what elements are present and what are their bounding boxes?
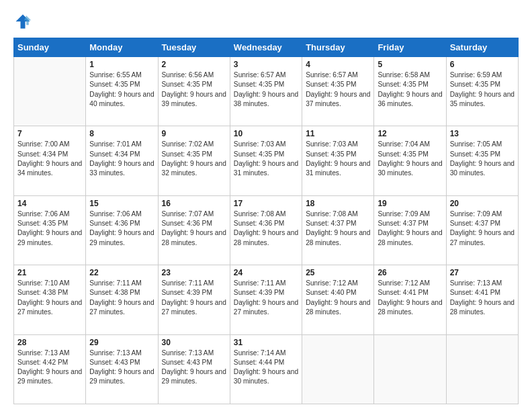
cell-date: 3 <box>234 60 298 69</box>
week-row-0: 1 Sunrise: 6:55 AM Sunset: 4:35 PM Dayli… <box>14 57 519 126</box>
calendar-cell: 8 Sunrise: 7:01 AM Sunset: 4:34 PM Dayli… <box>86 126 158 195</box>
day-header-wednesday: Wednesday <box>230 38 302 57</box>
cell-info: Sunrise: 7:10 AM Sunset: 4:38 PM Dayligh… <box>17 279 82 317</box>
cell-info: Sunrise: 7:12 AM Sunset: 4:40 PM Dayligh… <box>306 279 370 317</box>
cell-info: Sunrise: 7:14 AM Sunset: 4:44 PM Dayligh… <box>234 349 298 387</box>
logo-icon <box>13 12 32 31</box>
cell-date: 11 <box>306 129 370 138</box>
page: SundayMondayTuesdayWednesdayThursdayFrid… <box>0 0 532 411</box>
calendar-cell: 13 Sunrise: 7:05 AM Sunset: 4:35 PM Dayl… <box>446 126 518 195</box>
logo <box>13 12 35 31</box>
cell-info: Sunrise: 7:04 AM Sunset: 4:35 PM Dayligh… <box>378 140 442 178</box>
cell-info: Sunrise: 7:13 AM Sunset: 4:41 PM Dayligh… <box>450 279 515 317</box>
cell-date: 25 <box>306 268 370 277</box>
calendar-cell: 1 Sunrise: 6:55 AM Sunset: 4:35 PM Dayli… <box>86 57 158 126</box>
day-header-tuesday: Tuesday <box>158 38 230 57</box>
cell-date: 26 <box>378 268 442 277</box>
cell-date: 12 <box>378 129 442 138</box>
cell-date: 5 <box>378 60 442 69</box>
cell-date: 7 <box>17 129 82 138</box>
calendar-cell: 26 Sunrise: 7:12 AM Sunset: 4:41 PM Dayl… <box>374 265 446 334</box>
cell-info: Sunrise: 7:03 AM Sunset: 4:35 PM Dayligh… <box>234 140 298 178</box>
cell-date: 20 <box>450 199 515 208</box>
week-row-2: 14 Sunrise: 7:06 AM Sunset: 4:35 PM Dayl… <box>14 195 519 265</box>
cell-date: 21 <box>17 268 82 277</box>
cell-info: Sunrise: 7:11 AM Sunset: 4:38 PM Dayligh… <box>89 279 154 317</box>
calendar-cell: 28 Sunrise: 7:13 AM Sunset: 4:42 PM Dayl… <box>14 334 86 404</box>
header <box>13 12 519 31</box>
cell-date: 22 <box>89 268 154 277</box>
cell-info: Sunrise: 6:55 AM Sunset: 4:35 PM Dayligh… <box>89 71 154 109</box>
cell-info: Sunrise: 6:56 AM Sunset: 4:35 PM Dayligh… <box>162 71 226 109</box>
cell-info: Sunrise: 6:57 AM Sunset: 4:35 PM Dayligh… <box>234 71 298 109</box>
day-header-sunday: Sunday <box>14 38 86 57</box>
calendar-cell: 29 Sunrise: 7:13 AM Sunset: 4:43 PM Dayl… <box>86 334 158 404</box>
cell-date: 2 <box>162 60 226 69</box>
cell-info: Sunrise: 7:11 AM Sunset: 4:39 PM Dayligh… <box>234 279 298 317</box>
cell-info: Sunrise: 7:12 AM Sunset: 4:41 PM Dayligh… <box>378 279 442 317</box>
cell-date: 14 <box>17 199 82 208</box>
cell-date: 30 <box>162 338 226 347</box>
cell-info: Sunrise: 7:01 AM Sunset: 4:34 PM Dayligh… <box>89 140 154 178</box>
cell-date: 28 <box>17 338 82 347</box>
calendar-cell: 21 Sunrise: 7:10 AM Sunset: 4:38 PM Dayl… <box>14 265 86 334</box>
calendar-cell: 6 Sunrise: 6:59 AM Sunset: 4:35 PM Dayli… <box>446 57 518 126</box>
cell-date: 23 <box>162 268 226 277</box>
cell-info: Sunrise: 6:58 AM Sunset: 4:35 PM Dayligh… <box>378 71 442 109</box>
calendar-cell: 17 Sunrise: 7:08 AM Sunset: 4:36 PM Dayl… <box>230 195 302 265</box>
day-header-thursday: Thursday <box>302 38 374 57</box>
cell-info: Sunrise: 7:06 AM Sunset: 4:35 PM Dayligh… <box>17 210 82 248</box>
calendar-header-row: SundayMondayTuesdayWednesdayThursdayFrid… <box>14 38 519 57</box>
cell-date: 16 <box>162 199 226 208</box>
calendar-cell: 15 Sunrise: 7:06 AM Sunset: 4:36 PM Dayl… <box>86 195 158 265</box>
cell-date: 10 <box>234 129 298 138</box>
cell-info: Sunrise: 7:07 AM Sunset: 4:36 PM Dayligh… <box>162 210 226 248</box>
calendar-cell: 31 Sunrise: 7:14 AM Sunset: 4:44 PM Dayl… <box>230 334 302 404</box>
week-row-4: 28 Sunrise: 7:13 AM Sunset: 4:42 PM Dayl… <box>14 334 519 404</box>
cell-date: 1 <box>89 60 154 69</box>
cell-date: 15 <box>89 199 154 208</box>
cell-info: Sunrise: 7:09 AM Sunset: 4:37 PM Dayligh… <box>378 210 442 248</box>
calendar-cell: 11 Sunrise: 7:03 AM Sunset: 4:35 PM Dayl… <box>302 126 374 195</box>
cell-info: Sunrise: 7:13 AM Sunset: 4:43 PM Dayligh… <box>89 349 154 387</box>
cell-info: Sunrise: 7:08 AM Sunset: 4:37 PM Dayligh… <box>306 210 370 248</box>
cell-info: Sunrise: 7:02 AM Sunset: 4:35 PM Dayligh… <box>162 140 226 178</box>
cell-info: Sunrise: 6:59 AM Sunset: 4:35 PM Dayligh… <box>450 71 515 109</box>
calendar-cell: 30 Sunrise: 7:13 AM Sunset: 4:43 PM Dayl… <box>158 334 230 404</box>
calendar-cell: 25 Sunrise: 7:12 AM Sunset: 4:40 PM Dayl… <box>302 265 374 334</box>
cell-info: Sunrise: 7:03 AM Sunset: 4:35 PM Dayligh… <box>306 140 370 178</box>
day-header-friday: Friday <box>374 38 446 57</box>
cell-info: Sunrise: 7:00 AM Sunset: 4:34 PM Dayligh… <box>17 140 82 178</box>
calendar-cell <box>374 334 446 404</box>
calendar-cell <box>14 57 86 126</box>
cell-date: 13 <box>450 129 515 138</box>
week-row-3: 21 Sunrise: 7:10 AM Sunset: 4:38 PM Dayl… <box>14 265 519 334</box>
cell-date: 17 <box>234 199 298 208</box>
calendar-cell: 4 Sunrise: 6:57 AM Sunset: 4:35 PM Dayli… <box>302 57 374 126</box>
cell-date: 19 <box>378 199 442 208</box>
calendar-cell: 3 Sunrise: 6:57 AM Sunset: 4:35 PM Dayli… <box>230 57 302 126</box>
day-header-saturday: Saturday <box>446 38 518 57</box>
cell-info: Sunrise: 7:13 AM Sunset: 4:42 PM Dayligh… <box>17 349 82 387</box>
calendar-cell: 10 Sunrise: 7:03 AM Sunset: 4:35 PM Dayl… <box>230 126 302 195</box>
calendar-cell: 14 Sunrise: 7:06 AM Sunset: 4:35 PM Dayl… <box>14 195 86 265</box>
cell-info: Sunrise: 7:08 AM Sunset: 4:36 PM Dayligh… <box>234 210 298 248</box>
cell-info: Sunrise: 6:57 AM Sunset: 4:35 PM Dayligh… <box>306 71 370 109</box>
calendar-cell: 24 Sunrise: 7:11 AM Sunset: 4:39 PM Dayl… <box>230 265 302 334</box>
cell-info: Sunrise: 7:06 AM Sunset: 4:36 PM Dayligh… <box>89 210 154 248</box>
cell-date: 29 <box>89 338 154 347</box>
calendar-cell: 20 Sunrise: 7:09 AM Sunset: 4:37 PM Dayl… <box>446 195 518 265</box>
cell-date: 6 <box>450 60 515 69</box>
calendar-cell: 5 Sunrise: 6:58 AM Sunset: 4:35 PM Dayli… <box>374 57 446 126</box>
calendar-cell: 2 Sunrise: 6:56 AM Sunset: 4:35 PM Dayli… <box>158 57 230 126</box>
cell-date: 27 <box>450 268 515 277</box>
calendar-cell: 16 Sunrise: 7:07 AM Sunset: 4:36 PM Dayl… <box>158 195 230 265</box>
cell-date: 18 <box>306 199 370 208</box>
cell-date: 24 <box>234 268 298 277</box>
cell-info: Sunrise: 7:05 AM Sunset: 4:35 PM Dayligh… <box>450 140 515 178</box>
calendar-cell: 23 Sunrise: 7:11 AM Sunset: 4:39 PM Dayl… <box>158 265 230 334</box>
calendar-cell: 12 Sunrise: 7:04 AM Sunset: 4:35 PM Dayl… <box>374 126 446 195</box>
cell-info: Sunrise: 7:11 AM Sunset: 4:39 PM Dayligh… <box>162 279 226 317</box>
cell-date: 4 <box>306 60 370 69</box>
cell-date: 9 <box>162 129 226 138</box>
